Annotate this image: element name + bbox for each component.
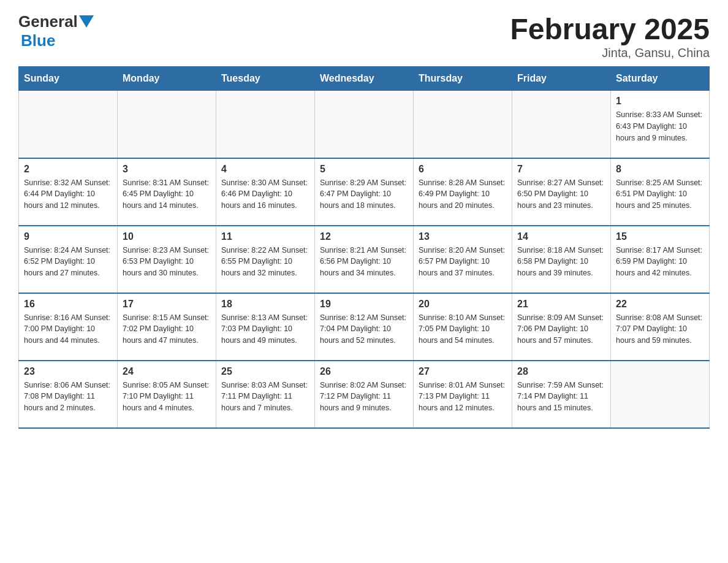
day-number: 17 (123, 299, 211, 310)
day-info: Sunrise: 8:06 AM Sunset: 7:08 PM Dayligh… (24, 380, 112, 414)
table-row: 19Sunrise: 8:12 AM Sunset: 7:04 PM Dayli… (315, 293, 414, 361)
table-row: 15Sunrise: 8:17 AM Sunset: 6:59 PM Dayli… (611, 226, 710, 293)
day-number: 10 (123, 231, 211, 242)
calendar-title: February 2025 (510, 12, 710, 46)
table-row: 22Sunrise: 8:08 AM Sunset: 7:07 PM Dayli… (611, 293, 710, 361)
logo-general-text: General (18, 12, 78, 31)
calendar-week-row: 2Sunrise: 8:32 AM Sunset: 6:44 PM Daylig… (19, 158, 710, 226)
header-thursday: Thursday (414, 67, 512, 91)
calendar-week-row: 1Sunrise: 8:33 AM Sunset: 6:43 PM Daylig… (19, 91, 710, 158)
day-number: 4 (221, 164, 309, 175)
day-number: 5 (320, 164, 408, 175)
day-number: 9 (24, 231, 112, 242)
day-info: Sunrise: 8:02 AM Sunset: 7:12 PM Dayligh… (320, 380, 408, 414)
table-row: 27Sunrise: 8:01 AM Sunset: 7:13 PM Dayli… (414, 361, 512, 428)
table-row: 11Sunrise: 8:22 AM Sunset: 6:55 PM Dayli… (216, 226, 315, 293)
day-info: Sunrise: 8:13 AM Sunset: 7:03 PM Dayligh… (221, 312, 309, 347)
day-number: 13 (419, 231, 507, 242)
day-number: 2 (24, 164, 112, 175)
day-info: Sunrise: 8:28 AM Sunset: 6:49 PM Dayligh… (419, 177, 507, 212)
day-number: 19 (320, 299, 408, 310)
day-info: Sunrise: 7:59 AM Sunset: 7:14 PM Dayligh… (517, 380, 605, 414)
calendar-subtitle: Jinta, Gansu, China (510, 46, 710, 60)
table-row (19, 91, 118, 158)
day-info: Sunrise: 8:31 AM Sunset: 6:45 PM Dayligh… (123, 177, 211, 212)
table-row: 18Sunrise: 8:13 AM Sunset: 7:03 PM Dayli… (216, 293, 315, 361)
calendar-week-row: 23Sunrise: 8:06 AM Sunset: 7:08 PM Dayli… (19, 361, 710, 428)
day-number: 28 (517, 366, 605, 377)
table-row: 1Sunrise: 8:33 AM Sunset: 6:43 PM Daylig… (611, 91, 710, 158)
table-row: 12Sunrise: 8:21 AM Sunset: 6:56 PM Dayli… (315, 226, 414, 293)
table-row: 5Sunrise: 8:29 AM Sunset: 6:47 PM Daylig… (315, 158, 414, 226)
day-info: Sunrise: 8:25 AM Sunset: 6:51 PM Dayligh… (616, 177, 704, 212)
table-row: 14Sunrise: 8:18 AM Sunset: 6:58 PM Dayli… (512, 226, 611, 293)
day-info: Sunrise: 8:24 AM Sunset: 6:52 PM Dayligh… (24, 245, 112, 279)
day-number: 8 (616, 164, 704, 175)
table-row: 17Sunrise: 8:15 AM Sunset: 7:02 PM Dayli… (118, 293, 216, 361)
calendar-header-row: Sunday Monday Tuesday Wednesday Thursday… (19, 67, 710, 91)
day-info: Sunrise: 8:09 AM Sunset: 7:06 PM Dayligh… (517, 312, 605, 347)
day-info: Sunrise: 8:08 AM Sunset: 7:07 PM Dayligh… (616, 312, 704, 347)
day-number: 26 (320, 366, 408, 377)
day-number: 3 (123, 164, 211, 175)
table-row: 20Sunrise: 8:10 AM Sunset: 7:05 PM Dayli… (414, 293, 512, 361)
logo: General Blue (18, 12, 94, 50)
table-row: 9Sunrise: 8:24 AM Sunset: 6:52 PM Daylig… (19, 226, 118, 293)
table-row (118, 91, 216, 158)
day-number: 1 (616, 96, 704, 107)
logo-triangle-icon (79, 15, 94, 28)
table-row (315, 91, 414, 158)
table-row: 10Sunrise: 8:23 AM Sunset: 6:53 PM Dayli… (118, 226, 216, 293)
day-info: Sunrise: 8:03 AM Sunset: 7:11 PM Dayligh… (221, 380, 309, 414)
table-row: 6Sunrise: 8:28 AM Sunset: 6:49 PM Daylig… (414, 158, 512, 226)
header-wednesday: Wednesday (315, 67, 414, 91)
page-header: General Blue February 2025 Jinta, Gansu,… (18, 12, 710, 60)
table-row: 13Sunrise: 8:20 AM Sunset: 6:57 PM Dayli… (414, 226, 512, 293)
table-row: 23Sunrise: 8:06 AM Sunset: 7:08 PM Dayli… (19, 361, 118, 428)
calendar-week-row: 9Sunrise: 8:24 AM Sunset: 6:52 PM Daylig… (19, 226, 710, 293)
table-row: 24Sunrise: 8:05 AM Sunset: 7:10 PM Dayli… (118, 361, 216, 428)
day-info: Sunrise: 8:15 AM Sunset: 7:02 PM Dayligh… (123, 312, 211, 347)
header-tuesday: Tuesday (216, 67, 315, 91)
table-row (216, 91, 315, 158)
day-info: Sunrise: 8:17 AM Sunset: 6:59 PM Dayligh… (616, 245, 704, 279)
day-number: 15 (616, 231, 704, 242)
day-info: Sunrise: 8:30 AM Sunset: 6:46 PM Dayligh… (221, 177, 309, 212)
table-row: 16Sunrise: 8:16 AM Sunset: 7:00 PM Dayli… (19, 293, 118, 361)
day-number: 14 (517, 231, 605, 242)
day-info: Sunrise: 8:12 AM Sunset: 7:04 PM Dayligh… (320, 312, 408, 347)
calendar-week-row: 16Sunrise: 8:16 AM Sunset: 7:00 PM Dayli… (19, 293, 710, 361)
day-info: Sunrise: 8:32 AM Sunset: 6:44 PM Dayligh… (24, 177, 112, 212)
day-info: Sunrise: 8:05 AM Sunset: 7:10 PM Dayligh… (123, 380, 211, 414)
day-info: Sunrise: 8:01 AM Sunset: 7:13 PM Dayligh… (419, 380, 507, 414)
header-sunday: Sunday (19, 67, 118, 91)
table-row: 8Sunrise: 8:25 AM Sunset: 6:51 PM Daylig… (611, 158, 710, 226)
day-info: Sunrise: 8:33 AM Sunset: 6:43 PM Dayligh… (616, 109, 704, 144)
table-row: 25Sunrise: 8:03 AM Sunset: 7:11 PM Dayli… (216, 361, 315, 428)
day-info: Sunrise: 8:23 AM Sunset: 6:53 PM Dayligh… (123, 245, 211, 279)
day-number: 20 (419, 299, 507, 310)
day-info: Sunrise: 8:27 AM Sunset: 6:50 PM Dayligh… (517, 177, 605, 212)
day-number: 12 (320, 231, 408, 242)
day-number: 25 (221, 366, 309, 377)
table-row: 28Sunrise: 7:59 AM Sunset: 7:14 PM Dayli… (512, 361, 611, 428)
day-info: Sunrise: 8:10 AM Sunset: 7:05 PM Dayligh… (419, 312, 507, 347)
day-number: 22 (616, 299, 704, 310)
day-number: 16 (24, 299, 112, 310)
table-row (512, 91, 611, 158)
table-row (414, 91, 512, 158)
day-number: 21 (517, 299, 605, 310)
day-info: Sunrise: 8:21 AM Sunset: 6:56 PM Dayligh… (320, 245, 408, 279)
day-info: Sunrise: 8:22 AM Sunset: 6:55 PM Dayligh… (221, 245, 309, 279)
day-number: 27 (419, 366, 507, 377)
table-row (611, 361, 710, 428)
title-block: February 2025 Jinta, Gansu, China (510, 12, 710, 60)
table-row: 7Sunrise: 8:27 AM Sunset: 6:50 PM Daylig… (512, 158, 611, 226)
day-number: 6 (419, 164, 507, 175)
table-row: 4Sunrise: 8:30 AM Sunset: 6:46 PM Daylig… (216, 158, 315, 226)
header-friday: Friday (512, 67, 611, 91)
table-row: 26Sunrise: 8:02 AM Sunset: 7:12 PM Dayli… (315, 361, 414, 428)
table-row: 2Sunrise: 8:32 AM Sunset: 6:44 PM Daylig… (19, 158, 118, 226)
header-monday: Monday (118, 67, 216, 91)
day-number: 18 (221, 299, 309, 310)
